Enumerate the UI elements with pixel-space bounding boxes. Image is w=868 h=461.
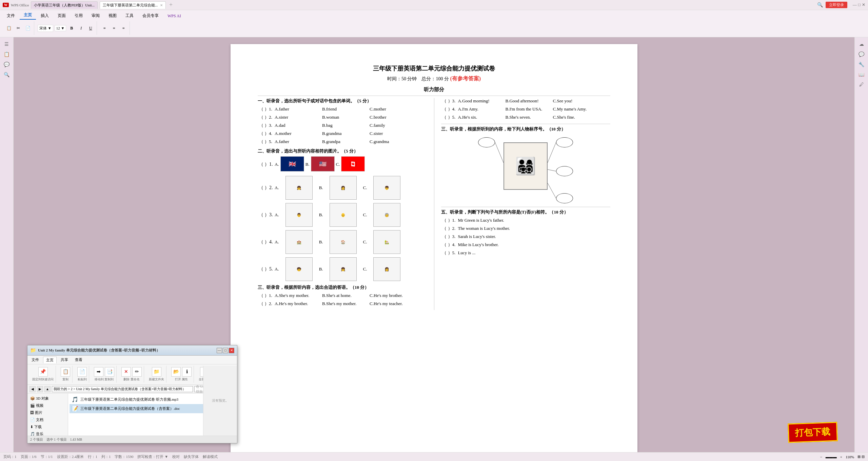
cut-icon[interactable]: ✂ — [14, 24, 22, 32]
fe-copy-btn[interactable]: 📋 — [61, 367, 70, 377]
app-name-label: WPS Office — [11, 3, 29, 7]
fe-open-btn[interactable]: 📂 — [171, 367, 181, 377]
ribbon: 文件 主页 插入 页面 引用 审阅 视图 工具 会员专享 WPS AI 📋 ✂ … — [0, 10, 868, 37]
sidebar-search-icon[interactable]: 🔍 — [3, 71, 11, 79]
zoom-in-btn[interactable]: + — [840, 455, 842, 459]
fe-sidebar-music[interactable]: 🎵 音乐 — [27, 430, 68, 436]
sidebar-nav-icon[interactable]: ☰ — [3, 40, 11, 48]
fe-tab-share[interactable]: 共享 — [58, 357, 71, 363]
fe-pin-btn[interactable]: 📌 — [38, 367, 48, 377]
fe-copyt-btn[interactable]: 📑 — [105, 367, 114, 377]
minimize-icon[interactable]: — — [853, 2, 857, 7]
ribbon-tab-review[interactable]: 审阅 — [87, 12, 104, 20]
font-selector[interactable]: 宋体 ▼ — [38, 25, 53, 32]
right-sidebar-icon3[interactable]: 🔧 — [857, 60, 866, 68]
align-left-icon[interactable]: ≡ — [100, 24, 108, 32]
fe-folder-icon: 📁 — [30, 347, 36, 353]
q3-2: （）2. A.He's my brother. B.She's my mothe… — [258, 301, 427, 307]
right-sidebar-icon5[interactable]: 🖊 — [857, 81, 866, 89]
fe-tab-file[interactable]: 文件 — [29, 357, 42, 363]
tab-inactive[interactable]: 小学英语三年级（人教PEP版）Unit... — [31, 1, 98, 9]
view-mode-icons[interactable]: ⊞ ⊟ — [857, 455, 865, 459]
right-sidebar-icon1[interactable]: ☁ — [857, 40, 866, 48]
fe-move-btn[interactable]: ➡ — [94, 367, 103, 377]
download-badge[interactable]: 打包下载 — [788, 422, 838, 443]
ribbon-tab-tools[interactable]: 工具 — [121, 12, 138, 20]
status-col: 列：1 — [101, 454, 111, 459]
align-right-icon[interactable]: ≡ — [119, 24, 127, 32]
part2-q4: （）4. A. 🏫 B. 🏠 C. 🏡 — [258, 230, 427, 254]
fe-delete-btn[interactable]: ✕ — [121, 367, 131, 377]
right-sidebar-icon4[interactable]: 📖 — [857, 71, 866, 79]
status-edit-mode[interactable]: 解读模式 — [203, 454, 218, 459]
fe-tab-view[interactable]: 查看 — [72, 357, 85, 363]
fe-tool-move: ➡ 📑 移动到 复制到 — [92, 366, 117, 383]
right-part4-group: 三、听录音，根据所听到的内容，给下列人物标序号。（10 分） 👨‍👩‍👧‍👦 — [441, 126, 611, 203]
fe-path-bar[interactable]: 我听力的 > 2 > Unit 2 My family 单元综合能力提优测试卷（… — [52, 386, 193, 392]
italic-icon[interactable]: I — [77, 24, 85, 32]
fe-sidebar-pictures[interactable]: 🖼 图片 — [27, 409, 68, 416]
ribbon-tab-view[interactable]: 视图 — [104, 12, 121, 20]
fe-forward-btn[interactable]: ▶ — [37, 386, 43, 392]
align-center-icon[interactable]: ≡ — [110, 24, 118, 32]
fe-restore-btn[interactable]: □ — [223, 348, 228, 353]
rq-3: （）3. A.Good morning! B.Good afternoon! C… — [441, 98, 611, 104]
file-icon-doc: 📝 — [72, 405, 78, 412]
part2-group: 二、听录音，选出与所听内容相符的图片。（5 分） （）1. A. 🇬🇧 B. 🇺… — [258, 148, 427, 281]
ribbon-tab-ref[interactable]: 引用 — [71, 12, 87, 20]
ribbon-group-font: 宋体 ▼ 12 ▼ B I U — [36, 21, 97, 35]
q1-2: （）2. A.sister B.woman C.brother — [258, 114, 427, 120]
fe-minimize-btn[interactable]: — — [217, 348, 222, 353]
right-part5-title: 五、听录音，判断下列句子与所所内容是(T)否(F)相符。（10 分） — [441, 209, 611, 215]
part2-q3: （）3. A. 👨 B. 👴 C. 🧓 — [258, 203, 427, 227]
right-sidebar-icon2[interactable]: 💬 — [857, 50, 866, 58]
paste-icon[interactable]: 📋 — [5, 24, 13, 32]
ribbon-tab-page[interactable]: 页面 — [54, 12, 70, 20]
fe-newfolder-btn[interactable]: 📁 — [152, 367, 161, 377]
sidebar-comment-icon[interactable]: 💬 — [3, 60, 11, 68]
restore-icon[interactable]: □ — [858, 2, 861, 7]
register-btn[interactable]: 立即登录 — [826, 2, 847, 8]
fe-up-btn[interactable]: ▲ — [44, 386, 51, 392]
underline-icon[interactable]: U — [86, 24, 95, 32]
svg-line-0 — [495, 142, 504, 163]
fe-props-btn[interactable]: ℹ — [182, 367, 192, 377]
part2-q2: （）2. A. 👧 B. 👩 C. 👦 — [258, 176, 427, 200]
col-right: （）3. A.Good morning! B.Good afternoon! C… — [434, 98, 611, 310]
ribbon-tab-home[interactable]: 主页 — [20, 11, 36, 20]
tab-close-icon[interactable]: ✕ — [160, 3, 163, 7]
fe-body: 📦 3D 对象 🎬 视频 🖼 图片 📄 文档 ⬇ 下载 🎵 音乐 🖥 桌面 💾 … — [27, 394, 237, 436]
rq-4: （）4. A.I'm Amy. B.I'm from the USA. C.My… — [441, 106, 611, 112]
doc-area[interactable]: 三年级下册英语第二单元综合能力提优测试卷 时间：50 分钟 总分：100 分 (… — [14, 37, 854, 452]
zoom-out-btn[interactable]: − — [820, 455, 822, 459]
family-diagram: 👨‍👩‍👧‍👦 — [471, 136, 580, 203]
copy-icon[interactable]: 📄 — [24, 24, 32, 32]
ribbon-tab-vip[interactable]: 会员专享 — [138, 12, 163, 20]
new-tab-btn[interactable]: + — [169, 1, 173, 8]
fe-titlebar: 📁 Unit 2 My family 单元综合能力提优测试卷（含答案+听力音频+… — [27, 345, 237, 356]
font-size-selector[interactable]: 12 ▼ — [55, 25, 66, 31]
ribbon-group-align: ≡ ≡ ≡ — [98, 21, 130, 35]
search-icon[interactable]: 🔍 — [817, 2, 823, 8]
fe-sidebar-docs[interactable]: 📄 文档 — [27, 416, 68, 423]
fe-sidebar-downloads[interactable]: ⬇ 下载 — [27, 423, 68, 430]
bold-icon[interactable]: B — [67, 24, 76, 32]
p5-q2: （）2. The woman is Lucy's mother. — [441, 225, 611, 232]
zoom-slider[interactable]: ▬▬▬ — [826, 455, 837, 459]
ribbon-tab-insert[interactable]: 插入 — [37, 12, 53, 20]
fe-sidebar-3d[interactable]: 📦 3D 对象 — [27, 395, 68, 402]
fe-paste-btn[interactable]: 📄 — [77, 367, 87, 377]
status-cursor: 节：1/1 — [41, 454, 53, 459]
fe-back-btn[interactable]: ◀ — [29, 386, 36, 392]
fe-tab-home[interactable]: 主页 — [43, 357, 57, 363]
part1-title: 一、听录音，选出所听句子或对话中包含的单词。（5 分） — [258, 98, 427, 104]
fe-sidebar-video[interactable]: 🎬 视频 — [27, 402, 68, 409]
fe-rename-btn[interactable]: ✏ — [132, 367, 142, 377]
ribbon-tab-file[interactable]: 文件 — [3, 12, 19, 20]
status-spell[interactable]: 拼写检查：打开 ▼ — [137, 454, 168, 459]
tab-active[interactable]: 三年级下册英语第二单元综合能... ✕ — [100, 1, 166, 9]
ribbon-tab-ai[interactable]: WPS AI — [163, 13, 185, 20]
fe-close-btn[interactable]: ✕ — [229, 348, 234, 353]
close-icon[interactable]: ✕ — [862, 2, 865, 7]
sidebar-outline-icon[interactable]: 📋 — [3, 50, 11, 58]
